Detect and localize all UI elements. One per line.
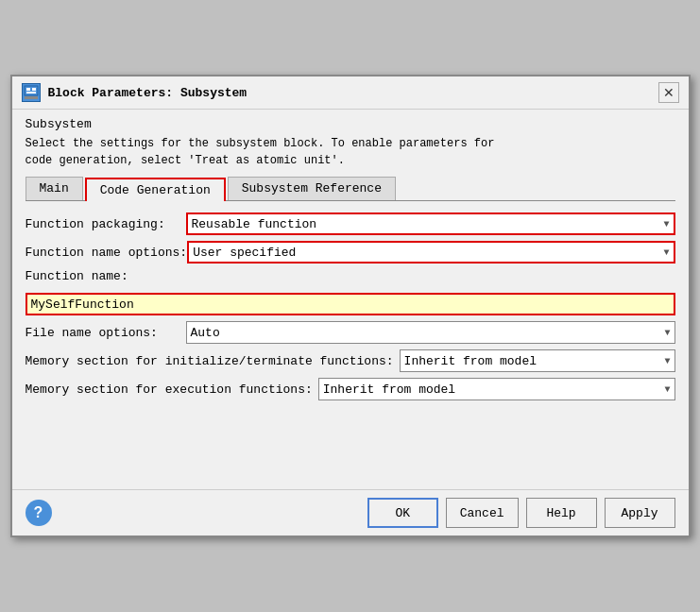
tab-code-generation[interactable]: Code Generation bbox=[85, 178, 226, 201]
function-name-input-row bbox=[26, 293, 675, 315]
function-packaging-label: Function packaging: bbox=[26, 217, 186, 231]
function-packaging-select[interactable]: Reusable function ▼ bbox=[186, 212, 675, 235]
title-bar-left: Block Parameters: Subsystem bbox=[22, 83, 248, 102]
form-section: Function packaging: Reusable function ▼ … bbox=[26, 211, 675, 408]
function-name-options-select[interactable]: User specified ▼ bbox=[187, 241, 674, 264]
function-packaging-arrow-icon: ▼ bbox=[663, 219, 669, 230]
function-name-label-row: Function name: bbox=[26, 269, 675, 287]
dialog-icon bbox=[22, 83, 41, 102]
close-button[interactable]: ✕ bbox=[658, 82, 679, 103]
file-name-options-select[interactable]: Auto ▼ bbox=[186, 321, 675, 344]
memory-init-label: Memory section for initialize/terminate … bbox=[26, 354, 394, 368]
memory-exec-select[interactable]: Inherit from model ▼ bbox=[318, 378, 675, 400]
function-packaging-row: Function packaging: Reusable function ▼ bbox=[26, 212, 675, 235]
memory-init-select[interactable]: Inherit from model ▼ bbox=[400, 349, 675, 372]
svg-rect-1 bbox=[26, 88, 30, 91]
function-name-options-arrow-icon: ▼ bbox=[663, 247, 669, 258]
memory-exec-label: Memory section for execution functions: bbox=[26, 382, 313, 397]
memory-exec-arrow-icon: ▼ bbox=[664, 384, 670, 395]
function-name-options-label: Function name options: bbox=[26, 246, 188, 260]
memory-init-row: Memory section for initialize/terminate … bbox=[26, 349, 675, 372]
help-icon-button[interactable]: ? bbox=[26, 500, 52, 526]
tabs: Main Code Generation Subsystem Reference bbox=[26, 177, 675, 201]
bottom-bar: ? OK Cancel Help Apply bbox=[12, 489, 689, 536]
function-name-input[interactable] bbox=[26, 293, 675, 315]
function-name-options-row: Function name options: User specified ▼ bbox=[26, 241, 675, 264]
dialog-content: Subsystem Select the settings for the su… bbox=[12, 110, 689, 489]
svg-rect-4 bbox=[25, 96, 38, 99]
apply-button[interactable]: Apply bbox=[605, 498, 675, 528]
svg-rect-3 bbox=[26, 92, 36, 94]
title-bar: Block Parameters: Subsystem ✕ bbox=[12, 76, 689, 110]
memory-exec-row: Memory section for execution functions: … bbox=[26, 378, 675, 400]
svg-rect-2 bbox=[32, 88, 36, 91]
description: Select the settings for the subsystem bl… bbox=[26, 135, 675, 169]
file-name-options-arrow-icon: ▼ bbox=[664, 328, 670, 338]
ok-button[interactable]: OK bbox=[367, 498, 438, 528]
file-name-options-row: File name options: Auto ▼ bbox=[26, 321, 675, 344]
section-title: Subsystem bbox=[26, 117, 675, 131]
block-parameters-dialog: Block Parameters: Subsystem ✕ Subsystem … bbox=[10, 75, 691, 537]
tab-main[interactable]: Main bbox=[26, 177, 83, 200]
help-icon-container: ? bbox=[26, 500, 52, 526]
memory-init-arrow-icon: ▼ bbox=[664, 356, 670, 366]
cancel-button[interactable]: Cancel bbox=[446, 498, 519, 528]
function-name-field-label: Function name: bbox=[26, 269, 128, 283]
dialog-title: Block Parameters: Subsystem bbox=[48, 86, 248, 100]
help-button[interactable]: Help bbox=[526, 498, 597, 528]
tab-subsystem-reference[interactable]: Subsystem Reference bbox=[228, 177, 396, 200]
file-name-options-label: File name options: bbox=[26, 326, 186, 340]
